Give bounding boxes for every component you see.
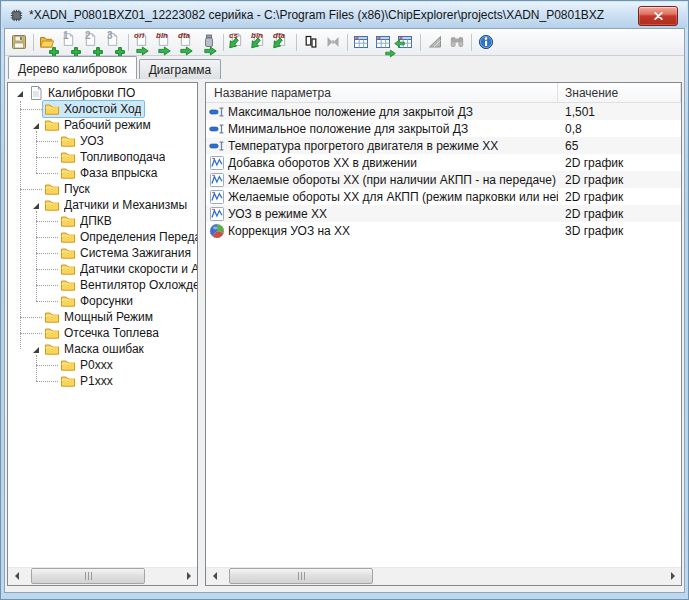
scrollbar-track[interactable] bbox=[223, 568, 664, 585]
arrow-left-icon bbox=[394, 44, 405, 53]
save-button[interactable] bbox=[8, 31, 30, 53]
grip-icon bbox=[298, 572, 305, 580]
scrollbar-thumb[interactable] bbox=[229, 568, 373, 584]
tree-item-root[interactable]: Калибровки ПО bbox=[8, 85, 197, 101]
arrow-right-icon bbox=[158, 42, 171, 52]
parameter-value: 3D график bbox=[558, 224, 681, 238]
client-area: 1 2 3 ori bin bbox=[4, 28, 685, 593]
tree-connector bbox=[36, 157, 58, 158]
close-icon bbox=[654, 12, 663, 20]
table-row[interactable]: Максимальное положение для закрытой ДЗ 1… bbox=[206, 103, 681, 120]
tab-calibration-tree[interactable]: Дерево калибровок bbox=[8, 56, 137, 79]
scroll-left-button[interactable] bbox=[206, 568, 223, 584]
tree-connector bbox=[20, 333, 42, 334]
toolbar-separator bbox=[471, 34, 472, 51]
tree-connector bbox=[20, 317, 42, 318]
table-row[interactable]: Желаемые обороты ХХ (при наличии АКПП - … bbox=[206, 171, 681, 188]
arrow-right-icon bbox=[136, 42, 149, 52]
export-usb-button[interactable] bbox=[198, 31, 220, 53]
tree-view: Калибровки ПО Холостой Ход Рабочий режим… bbox=[8, 83, 197, 568]
table-view-button[interactable] bbox=[351, 31, 373, 53]
toolbar-separator bbox=[347, 34, 348, 51]
tree-connector-line bbox=[36, 355, 37, 381]
column-header-value[interactable]: Значение bbox=[558, 83, 681, 102]
table-row[interactable]: Коррекция УОЗ на ХХ 3D график bbox=[206, 222, 681, 239]
tree-connector bbox=[36, 141, 58, 142]
export-bin-button[interactable]: bin bbox=[154, 31, 176, 53]
folder-icon bbox=[44, 101, 61, 117]
parameter-value: 1,501 bbox=[558, 105, 681, 119]
tab-bar: Дерево калибровок Диаграмма bbox=[5, 56, 684, 79]
chip-button-disabled[interactable] bbox=[322, 31, 344, 53]
folder-icon bbox=[60, 165, 77, 181]
scroll-left-button[interactable] bbox=[8, 568, 25, 584]
folder-icon bbox=[44, 309, 61, 325]
folder-icon bbox=[44, 117, 61, 133]
add-file-2-button[interactable]: 2 bbox=[81, 31, 103, 53]
dta-label: dta bbox=[178, 31, 190, 40]
table-horizontal-scrollbar[interactable] bbox=[206, 567, 681, 585]
expander-icon[interactable] bbox=[30, 343, 42, 355]
plus-icon bbox=[71, 43, 81, 53]
export-ori-button[interactable]: ori bbox=[132, 31, 154, 53]
toolbar-separator bbox=[223, 34, 224, 51]
parameter-list: Максимальное положение для закрытой ДЗ 1… bbox=[206, 103, 681, 568]
tree-connector-line bbox=[36, 211, 37, 301]
triangle-ruler-icon bbox=[427, 34, 443, 50]
add-file-3-button[interactable]: 3 bbox=[103, 31, 125, 53]
table-row[interactable]: Желаемые обороты ХХ для АКПП (режим парк… bbox=[206, 188, 681, 205]
expander-icon[interactable] bbox=[14, 87, 26, 99]
app-icon[interactable] bbox=[9, 8, 24, 23]
measure-button-disabled[interactable] bbox=[424, 31, 446, 53]
import-dta-button[interactable]: dta bbox=[271, 31, 293, 53]
add-project-button[interactable] bbox=[37, 31, 59, 53]
floppy-icon bbox=[11, 34, 27, 50]
2d-graph-icon bbox=[209, 189, 226, 205]
import-cs-button[interactable]: cs bbox=[227, 31, 249, 53]
tree-horizontal-scrollbar[interactable] bbox=[8, 567, 197, 585]
folder-icon bbox=[44, 341, 61, 357]
tree-item[interactable]: Мощный Режим bbox=[8, 309, 197, 325]
scalar-icon bbox=[209, 121, 226, 137]
table-row[interactable]: Добавка оборотов ХХ в движении 2D график bbox=[206, 154, 681, 171]
column-header-name[interactable]: Название параметра bbox=[206, 83, 558, 102]
table-header: Название параметра Значение bbox=[206, 83, 681, 103]
export-dta-button[interactable]: dta bbox=[176, 31, 198, 53]
scroll-right-button[interactable] bbox=[664, 568, 681, 584]
close-button[interactable] bbox=[638, 6, 678, 26]
import-bin-button[interactable]: bin bbox=[249, 31, 271, 53]
expander-icon[interactable] bbox=[30, 119, 42, 131]
info-button[interactable] bbox=[475, 31, 497, 53]
tree-item[interactable]: Пуск bbox=[8, 181, 197, 197]
tree-connector bbox=[36, 301, 58, 302]
table-row[interactable]: Минимальное положение для закрытой ДЗ 0,… bbox=[206, 120, 681, 137]
toolbar-separator bbox=[33, 34, 34, 51]
ori-label: ori bbox=[134, 31, 144, 40]
table-row[interactable]: УОЗ в режиме ХХ 2D график bbox=[206, 205, 681, 222]
toolbar-separator bbox=[420, 34, 421, 51]
title-bar[interactable]: *XADN_P0801BXZ01_12223082 серийка - C:\P… bbox=[2, 2, 687, 28]
expander-icon[interactable] bbox=[30, 199, 42, 211]
table-export-button[interactable] bbox=[373, 31, 395, 53]
parameter-list-panel: Название параметра Значение Максимальное… bbox=[205, 82, 682, 586]
info-icon bbox=[478, 34, 494, 50]
scroll-right-button[interactable] bbox=[180, 568, 197, 584]
scalar-icon bbox=[209, 104, 226, 120]
folder-icon bbox=[60, 229, 77, 245]
parameter-value: 0,8 bbox=[558, 122, 681, 136]
plus-icon bbox=[93, 43, 103, 53]
tree-connector bbox=[20, 189, 42, 190]
tree-item-selected[interactable]: Холостой Ход bbox=[8, 101, 197, 117]
scrollbar-track[interactable] bbox=[25, 568, 180, 585]
table-row[interactable]: Температура прогретого двигателя в режим… bbox=[206, 137, 681, 154]
tree-connector bbox=[36, 269, 58, 270]
scrollbar-thumb[interactable] bbox=[31, 568, 145, 584]
add-file-1-button[interactable]: 1 bbox=[59, 31, 81, 53]
search-button-disabled[interactable] bbox=[446, 31, 468, 53]
table-import-button[interactable] bbox=[395, 31, 417, 53]
tree-item[interactable]: Отсечка Топлева bbox=[8, 325, 197, 341]
compare-dumps-button[interactable] bbox=[300, 31, 322, 53]
folder-icon bbox=[60, 149, 77, 165]
tree-connector bbox=[36, 237, 58, 238]
tab-diagram[interactable]: Диаграмма bbox=[139, 59, 221, 79]
